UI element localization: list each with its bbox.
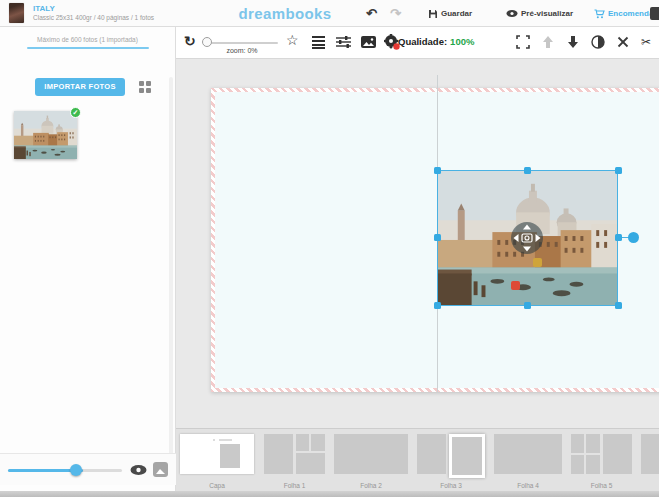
quality-indicator: Qualidade:100% <box>398 36 474 47</box>
folha6-partial[interactable] <box>641 434 659 474</box>
order-button[interactable]: Encomendar <box>594 0 656 27</box>
zoom-label: zoom: 0% <box>208 47 276 54</box>
folha4-spread[interactable] <box>494 434 562 474</box>
object-tools: ✂ <box>516 35 651 49</box>
page-thumb-folha2[interactable]: Folha 2 <box>334 434 408 489</box>
redo-button[interactable]: ↷ <box>390 0 401 27</box>
page-label: Folha 1 <box>264 482 325 489</box>
bottom-scrollbar[interactable] <box>0 491 659 497</box>
floppy-icon <box>428 9 438 19</box>
page-thumb-cover[interactable]: Capa <box>180 434 254 489</box>
page-thumb-folha3[interactable]: Folha 3 <box>417 434 485 489</box>
resize-handle-top-left[interactable] <box>434 167 441 174</box>
photos-sidebar: Máximo de 600 fotos (1 importada) IMPORT… <box>0 27 176 491</box>
folha3-right-page-selected[interactable] <box>449 434 485 478</box>
quality-value: 100% <box>450 36 474 47</box>
rotate-handle[interactable] <box>628 232 639 243</box>
arrow-down-icon[interactable] <box>566 35 580 49</box>
cover-thumbnail[interactable] <box>180 434 254 474</box>
thumbnail-size-slider[interactable] <box>8 469 122 472</box>
move-photo-overlay[interactable] <box>510 221 544 255</box>
project-cover-thumbnail[interactable] <box>9 3 24 23</box>
venice-photo-thumbnail <box>14 111 77 159</box>
image-icon[interactable] <box>361 36 376 48</box>
editor-toolbar: ↻ zoom: 0% ☆ <box>176 27 659 59</box>
quality-label: Qualidade: <box>398 36 447 47</box>
cover-photo-placeholder <box>220 444 240 468</box>
project-title[interactable]: ITALY <box>33 4 55 13</box>
dreambooks-logo: dreambooks <box>205 5 365 22</box>
folha2-spread[interactable] <box>334 434 408 474</box>
preview-label: Pré-visualizar <box>521 9 573 18</box>
photo-warning-badge[interactable] <box>533 258 542 267</box>
photo-alert-badge[interactable] <box>511 281 520 290</box>
book-canvas[interactable] <box>176 59 659 428</box>
zoom-slider[interactable] <box>206 42 278 44</box>
view-grid-icon[interactable] <box>139 81 151 93</box>
page-label: Folha 4 <box>494 482 562 489</box>
folha3-left-page[interactable] <box>417 434 446 474</box>
thumbnail-size-controls <box>0 453 176 485</box>
undo-button[interactable]: ↶ <box>366 0 377 27</box>
save-label: Guardar <box>441 9 472 18</box>
delete-icon[interactable] <box>616 35 630 49</box>
photo-limit-text: Máximo de 600 fotos (1 importada) <box>0 27 175 43</box>
fit-screen-icon[interactable] <box>516 35 530 49</box>
top-bar: ITALY Classic 25x31 400gr / 40 páginas /… <box>0 0 659 27</box>
page-label: Folha 3 <box>417 482 485 489</box>
cart-icon <box>594 9 605 19</box>
page-thumb-folha5[interactable]: Folha 5 <box>571 434 632 489</box>
page-label: Folha 5 <box>571 482 632 489</box>
resize-handle-bottom-right[interactable] <box>615 302 622 309</box>
resize-handle-top[interactable] <box>524 167 531 174</box>
preview-button[interactable]: Pré-visualizar <box>506 0 573 27</box>
thumbnail-size-slider-handle[interactable] <box>70 464 82 476</box>
photo-used-badge: ✓ <box>70 107 81 118</box>
scissors-icon[interactable]: ✂ <box>641 35 651 49</box>
menu-icon[interactable] <box>650 7 659 20</box>
page-thumbnails-row: Capa Folha 1 Folha 2 <box>180 434 659 489</box>
folha5-right-page[interactable] <box>603 434 632 474</box>
resize-handle-left[interactable] <box>434 234 441 241</box>
sidebar-scrollbar[interactable] <box>169 77 173 467</box>
undo-icon: ↶ <box>366 7 377 20</box>
import-photos-button[interactable]: IMPORTAR FOTOS <box>35 78 125 96</box>
page-label: Capa <box>180 482 254 489</box>
save-button[interactable]: Guardar <box>428 0 472 27</box>
resize-handle-bottom[interactable] <box>524 302 531 309</box>
photo-library-item[interactable]: ✓ <box>14 111 77 159</box>
page-thumb-folha4[interactable]: Folha 4 <box>494 434 562 489</box>
folha1-right-page[interactable] <box>296 434 325 474</box>
star-icon[interactable]: ☆ <box>286 32 299 48</box>
page-thumb-folha1[interactable]: Folha 1 <box>264 434 325 489</box>
resize-handle-top-right[interactable] <box>615 167 622 174</box>
eye-icon <box>506 9 518 18</box>
project-specs: Classic 25x31 400gr / 40 páginas / 1 fot… <box>33 14 154 21</box>
resize-handle-right[interactable] <box>615 234 622 241</box>
redo-icon: ↷ <box>390 7 401 20</box>
photo-view-icon[interactable] <box>153 462 168 477</box>
page-label: Folha 2 <box>334 482 408 489</box>
resize-handle-bottom-left[interactable] <box>434 302 441 309</box>
hide-used-photos-icon[interactable] <box>130 464 147 476</box>
page-thumb-partial[interactable] <box>641 434 659 478</box>
layouts-icon[interactable] <box>312 36 325 51</box>
rotate-icon[interactable]: ↻ <box>184 33 196 49</box>
pages-strip: Capa Folha 1 Folha 2 <box>176 428 659 491</box>
zoom-slider-handle[interactable] <box>202 37 212 47</box>
folha1-left-page[interactable] <box>264 434 293 474</box>
photo-limit-progress <box>27 47 149 49</box>
folha5-left-page[interactable] <box>571 434 600 474</box>
arrow-up-icon[interactable] <box>541 35 555 49</box>
contrast-icon[interactable] <box>591 35 605 49</box>
dreambooks-editor-window: ITALY Classic 25x31 400gr / 40 páginas /… <box>0 0 659 497</box>
adjustments-icon[interactable] <box>336 35 351 49</box>
